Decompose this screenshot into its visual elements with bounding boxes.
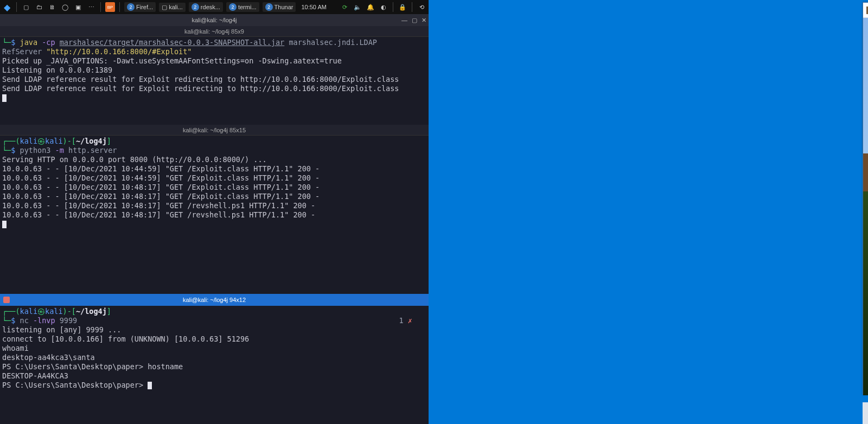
terminal-tab[interactable]: kali@kali: ~/log4j 85x15 xyxy=(0,125,429,136)
kali-menu-icon[interactable]: ◆ xyxy=(2,2,12,12)
taskbar-item-rdesk[interactable]: 2rdesk... xyxy=(189,2,223,12)
update-icon[interactable]: ⟳ xyxy=(340,2,349,12)
window-titlebar[interactable]: kali@kali: ~/log4j 94x12 xyxy=(0,294,429,306)
taskbar-clock: 10:50 AM xyxy=(301,4,326,10)
close-button[interactable]: ✕ xyxy=(422,17,426,24)
terminal-window-netcat[interactable]: kali@kali: ~/log4j 94x12 ┌──(kali㉿kali)-… xyxy=(0,294,429,424)
terminal-window-ldap[interactable]: kali@kali: ~/log4j — ▢ ✕ kali@kali: ~/lo… xyxy=(0,14,429,125)
kali-taskbar[interactable]: ◆ ▢ 🗀 🗎 ◯ ▣ ⋯ BP 2Firef... ▢kali... 2rde… xyxy=(0,0,429,14)
taskbar-item-thunar[interactable]: 2Thunar xyxy=(263,2,296,12)
taskbar-item-kali[interactable]: ▢kali... xyxy=(159,3,186,12)
terminal-window-http[interactable]: kali@kali: ~/log4j 85x15 ┌──(kali㉿kali)-… xyxy=(0,125,429,294)
terminal-tab[interactable]: kali@kali: ~/log4j 85x9 xyxy=(0,26,429,37)
notifications-icon[interactable]: 🔔 xyxy=(366,2,375,12)
terminal-icon[interactable]: ▢ xyxy=(21,2,31,12)
volume-icon[interactable]: 🔈 xyxy=(353,2,362,12)
terminal-output[interactable]: └─$ java -cp marshalsec/target/marshalse… xyxy=(0,37,429,104)
shell-icon[interactable]: ▣ xyxy=(73,2,83,12)
window-title: kali@kali: ~/log4j 94x12 xyxy=(183,297,246,303)
taskbar-item-firefox[interactable]: 2Firef... xyxy=(124,2,156,12)
editor-icon[interactable]: 🗎 xyxy=(47,2,57,12)
browser-icon[interactable]: ◯ xyxy=(60,2,70,12)
maximize-button[interactable]: ▢ xyxy=(412,17,417,24)
start-button[interactable] xyxy=(863,402,868,424)
refresh-icon[interactable]: ⟲ xyxy=(417,2,426,12)
taskbar-item-terminal[interactable]: 2termi... xyxy=(226,2,259,12)
files-icon[interactable]: 🗀 xyxy=(34,2,44,12)
game-viewport[interactable]: RESEARCH FROM HUNTRESS ❤❤❤❤❤❤❤❤❤❤ 🍗🍗🍗🍗🍗🍗… xyxy=(863,18,868,395)
terminal-icon xyxy=(3,297,10,303)
minimize-button[interactable]: — xyxy=(401,17,407,24)
burpsuite-icon[interactable]: BP xyxy=(105,2,115,12)
terminal-output[interactable]: ┌──(kali㉿kali)-[~/log4j] └─$ python3 -m … xyxy=(0,136,429,230)
window-title: kali@kali: ~/log4j xyxy=(192,17,237,23)
terminal-output[interactable]: ┌──(kali㉿kali)-[~/log4j] └─$ nc -lnvp 99… xyxy=(0,306,429,391)
window-titlebar[interactable]: Minecraft 1.8.8 — ▢ ✕ xyxy=(863,3,868,18)
lock-icon[interactable]: 🔒 xyxy=(398,2,407,12)
window-titlebar[interactable]: kali@kali: ~/log4j — ▢ ✕ xyxy=(0,14,429,26)
windows-taskbar[interactable]: 🔍 Type here to search ◯ ▥ 🌐 🗀 >_ ▦ 🛡 ▶ ˄… xyxy=(863,402,868,424)
minecraft-window[interactable]: Minecraft 1.8.8 — ▢ ✕ RESEARCH xyxy=(863,2,868,395)
power-icon[interactable]: ◐ xyxy=(379,2,388,12)
tools-icon[interactable]: ⋯ xyxy=(86,2,96,12)
